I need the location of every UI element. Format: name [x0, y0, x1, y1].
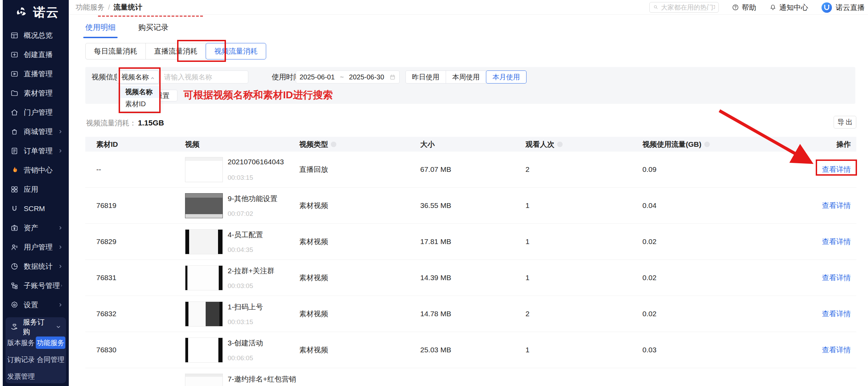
search-placeholder: 大家都在用的热门功能 [661, 3, 715, 12]
cell-action: 查看详情 [757, 309, 856, 319]
quick-range-本周使用[interactable]: 本周使用 [446, 70, 486, 84]
view-detail-link[interactable]: 查看详情 [822, 238, 851, 245]
quick-range-本月使用[interactable]: 本月使用 [486, 70, 527, 84]
sidebar-subitem-发票管理[interactable]: 发票管理 [6, 370, 36, 383]
user-icon [10, 243, 19, 251]
consumption-tab-直播流量消耗[interactable]: 直播流量消耗 [145, 43, 206, 59]
sidebar-item-3[interactable]: 直播管理 [3, 64, 69, 84]
quick-range-group: 昨日使用本周使用本月使用 [406, 70, 527, 84]
calendar-icon [389, 74, 396, 80]
cell-video: 7-邀约排名+红包营销 [182, 374, 296, 386]
sidebar-subitem-合同管理[interactable]: 合同管理 [36, 353, 65, 366]
brand-swirl-icon [14, 5, 28, 19]
search-icon [653, 4, 658, 11]
sidebar-item-8[interactable]: 营销中心 [3, 161, 69, 180]
notice-center-button[interactable]: 通知中心 [769, 3, 808, 12]
breadcrumb-current: 流量统计 [113, 2, 142, 12]
video-thumbnail[interactable] [185, 157, 223, 182]
date-separator: ~ [340, 73, 344, 81]
table-row: --2021070616404300:03:15直播回放67.07 MB20.0… [85, 152, 856, 188]
sidebar-item-5[interactable]: 门户管理 [3, 103, 69, 122]
main-content: 使用明细购买记录 每日流量消耗直播流量消耗视频流量消耗 视频信息 视频名称 请输… [69, 15, 868, 386]
sidebar-item-label: 商城管理 [24, 127, 58, 136]
sidebar-item-2[interactable]: 创建直播 [3, 45, 69, 64]
sidebar-item-4[interactable]: 素材管理 [3, 84, 69, 103]
sidebar-item-14[interactable]: 子账号管理 [3, 276, 69, 295]
dropdown-option-视频名称[interactable]: 视频名称 [120, 86, 160, 98]
cell-video-type: 直播回放 [296, 165, 417, 174]
cell-action: 查看详情 [757, 201, 856, 210]
consumption-tab-group: 每日流量消耗直播流量消耗视频流量消耗 [85, 43, 266, 59]
sidebar-item-9[interactable]: 应用 [3, 180, 69, 199]
video-duration: 00:06:05 [228, 354, 263, 362]
cell-material-id: 76829 [85, 238, 182, 246]
product-name: 诺云直播 [836, 3, 865, 12]
cell-views: 1 [523, 274, 640, 282]
breadcrumb-root[interactable]: 功能服务 [76, 2, 105, 12]
cell-action: 查看详情 [757, 165, 856, 174]
video-thumbnail[interactable] [185, 338, 223, 363]
video-thumbnail[interactable] [185, 374, 223, 386]
video-thumbnail[interactable] [185, 301, 223, 327]
chevron-right-icon [58, 302, 63, 308]
cell-video-type: 素材视频 [296, 273, 417, 283]
date-range-picker[interactable]: 2025-06-01 ~ 2025-06-30 [296, 70, 400, 84]
view-detail-link[interactable]: 查看详情 [822, 274, 851, 282]
video-thumbnail[interactable] [185, 265, 223, 290]
sidebar-item-service-order[interactable]: 服务订购 [6, 317, 66, 337]
view-detail-link[interactable]: 查看详情 [822, 201, 851, 209]
video-name: 4-员工配置 [228, 230, 263, 240]
cell-action: 查看详情 [757, 237, 856, 246]
sidebar-item-10[interactable]: SCRM [3, 199, 69, 218]
chevron-right-icon [58, 225, 63, 231]
view-detail-link[interactable]: 查看详情 [822, 165, 851, 173]
video-name: 3-创建活动 [228, 338, 263, 348]
view-detail-link[interactable]: 查看详情 [822, 346, 851, 354]
sidebar-item-7[interactable]: 订单管理 [3, 141, 69, 161]
dropdown-option-素材ID[interactable]: 素材ID [120, 98, 160, 110]
search-type-select[interactable]: 视频名称 [117, 70, 159, 84]
sidebar-item-1[interactable]: 概况总览 [3, 26, 69, 45]
cell-size: 14.39 MB [417, 274, 523, 282]
sidebar-subitem-版本服务[interactable]: 版本服务 [6, 337, 36, 349]
sidebar-item-15[interactable]: 设置 [3, 295, 69, 315]
quick-range-昨日使用[interactable]: 昨日使用 [405, 70, 446, 84]
chevron-right-icon [58, 244, 63, 250]
view-detail-link[interactable]: 查看详情 [822, 310, 851, 318]
sidebar-item-label: 素材管理 [24, 88, 63, 98]
tab-使用明细[interactable]: 使用明细 [85, 22, 116, 38]
chevron-right-icon [60, 283, 63, 288]
cell-size: 25.03 MB [417, 346, 523, 354]
asset-icon [10, 224, 19, 232]
account-brand[interactable]: 诺云直播 [821, 2, 865, 13]
tab-bar: 使用明细购买记录 [85, 22, 169, 38]
sidebar-item-label: 应用 [24, 185, 63, 194]
sidebar-item-13[interactable]: 数据统计 [3, 257, 69, 276]
keyword-input[interactable]: 请输入视频名称 [160, 70, 248, 84]
export-button[interactable]: 导出 [834, 116, 856, 129]
info-icon[interactable] [331, 142, 336, 147]
cell-video: 2021070616404300:03:15 [182, 157, 296, 182]
video-thumbnail[interactable] [185, 193, 223, 218]
info-icon[interactable] [557, 142, 563, 147]
cell-views: 1 [523, 346, 640, 354]
flame-icon [10, 166, 19, 174]
help-button[interactable]: 帮助 [732, 3, 756, 12]
sidebar-subitem-订购记录[interactable]: 订购记录 [6, 353, 36, 366]
global-search-input[interactable]: 大家都在用的热门功能 [649, 2, 719, 13]
column-header-操作: 操作 [757, 140, 856, 149]
sidebar-item-11[interactable]: 资产 [3, 218, 69, 238]
video-thumbnail[interactable] [185, 229, 223, 254]
info-icon[interactable] [704, 142, 710, 147]
video-name: 7-邀约排名+红包营销 [228, 374, 296, 384]
sidebar-item-label: 用户管理 [24, 242, 58, 252]
tab-购买记录[interactable]: 购买记录 [138, 22, 169, 38]
sidebar-item-label: 设置 [24, 300, 58, 310]
sidebar-item-6[interactable]: 商城管理 [3, 122, 69, 141]
consumption-tab-每日流量消耗[interactable]: 每日流量消耗 [85, 43, 146, 59]
consumption-tab-视频流量消耗[interactable]: 视频流量消耗 [206, 43, 266, 59]
sidebar-item-12[interactable]: 用户管理 [3, 238, 69, 257]
cell-traffic-gb: 0.02 [640, 274, 757, 282]
sidebar-item-label: 资产 [24, 223, 58, 233]
sidebar-subitem-功能服务[interactable]: 功能服务 [36, 337, 65, 349]
